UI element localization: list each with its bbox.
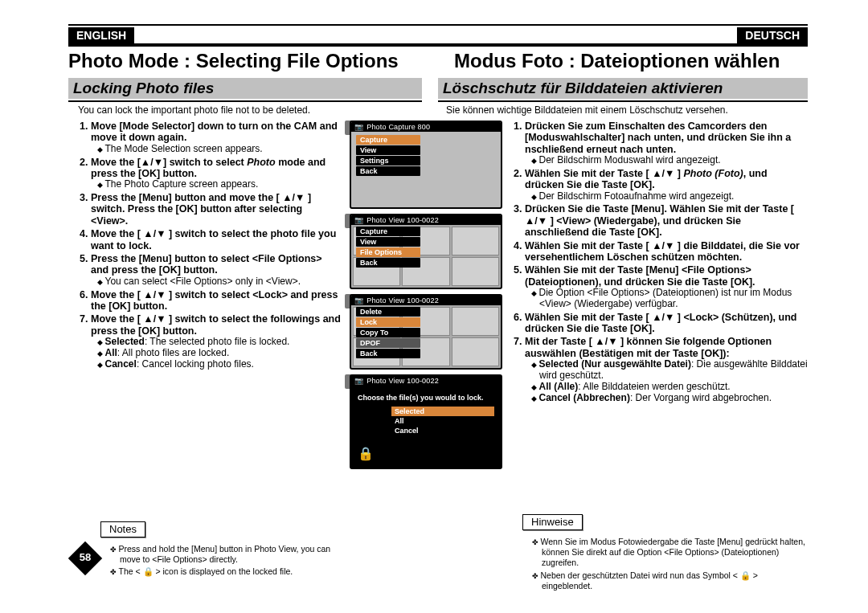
shot-5: 5 Photo View 100-0022 Capture View File … — [350, 214, 506, 289]
en-step-4: Move the [ ▲/▼ ] switch to select the ph… — [91, 228, 342, 251]
title-deutsch: Modus Foto : Dateioptionen wählen — [454, 50, 808, 72]
sub-rule-de — [438, 100, 808, 102]
camera-icon — [354, 377, 363, 385]
shot-3: 3 Photo Capture 800 Capture View Setting… — [350, 121, 506, 209]
de-step-1: Drücken Sie zum Einschalten des Camcorde… — [525, 121, 808, 166]
lang-tab-english: ENGLISH — [68, 27, 134, 43]
title-rule — [68, 43, 808, 47]
page-number: 58 — [68, 546, 94, 570]
lang-tab-deutsch: DEUTSCH — [737, 27, 808, 43]
steps-deutsch: Drücken Sie zum Einschalten des Camcorde… — [510, 121, 808, 405]
camera-icon — [354, 296, 363, 304]
lcd-lock-confirm: Photo View 100-0022 Choose the file(s) y… — [350, 374, 502, 469]
shot-6: 6 Photo View 100-0022 Delete Lock Copy T… — [350, 294, 506, 370]
camera-icon — [354, 123, 363, 131]
subtitle-deutsch: Löschschutz für Bilddateien aktivieren — [438, 78, 808, 99]
lcd-capture-menu: Photo Capture 800 Capture View Settings … — [350, 121, 502, 209]
lock-icon: 🔒 — [358, 446, 374, 461]
en-step-7: Move the [ ▲/▼ ] switch to select the fo… — [91, 313, 342, 370]
de-step-7: Mit der Taste [ ▲/▼ ] können Sie folgend… — [525, 336, 808, 403]
notes-label-de: Hinweise — [522, 514, 583, 530]
de-step-6: Wählen Sie mit der Taste [ ▲/▼ ] <Lock> … — [525, 312, 808, 335]
notes-en: Press and hold the [Menu] button in Phot… — [108, 544, 342, 579]
notes-de: Wenn Sie im Modus Fotowiedergabe die Tas… — [530, 537, 808, 593]
lcd-lock-menu: Photo View 100-0022 Delete Lock Copy To … — [350, 294, 502, 370]
intro-deutsch: Sie können wichtige Bilddateien mit eine… — [446, 104, 800, 116]
shot-7: 7 Photo View 100-0022 Choose the file(s)… — [350, 374, 506, 469]
intro-english: You can lock the important photo file no… — [78, 104, 416, 116]
de-step-3: Drücken Sie die Taste [Menu]. Wählen Sie… — [525, 203, 808, 238]
lcd-view-fileoptions: Photo View 100-0022 Capture View File Op… — [350, 214, 502, 289]
de-step-5: Wählen Sie mit der Taste [Menu] <File Op… — [525, 264, 808, 309]
de-step-2: Wählen Sie mit der Taste [ ▲/▼ ] Photo (… — [525, 168, 808, 202]
title-english: Photo Mode : Selecting File Options — [68, 50, 422, 72]
screenshots-column: 3 Photo Capture 800 Capture View Setting… — [350, 121, 506, 474]
sub-rule-en — [68, 100, 422, 102]
manual-page: ENGLISH DEUTSCH Photo Mode : Selecting F… — [68, 24, 808, 586]
notes-label-en: Notes — [100, 521, 145, 537]
steps-english: Move [Mode Selector] down to turn on the… — [76, 121, 342, 371]
en-step-2: Move the [▲/▼] switch to select Photo mo… — [91, 157, 342, 191]
en-step-1: Move [Mode Selector] down to turn on the… — [91, 121, 342, 155]
en-step-6: Move the [ ▲/▼ ] switch to select <Lock>… — [91, 289, 342, 313]
en-step-5: Press the [Menu] button to select <File … — [91, 253, 342, 288]
subtitle-english: Locking Photo files — [68, 78, 422, 99]
de-step-4: Wählen Sie mit der Taste [ ▲/▼ ] die Bil… — [525, 240, 808, 264]
camera-icon — [354, 216, 363, 224]
en-step-3: Press the [Menu] button and move the [ ▲… — [91, 192, 342, 227]
